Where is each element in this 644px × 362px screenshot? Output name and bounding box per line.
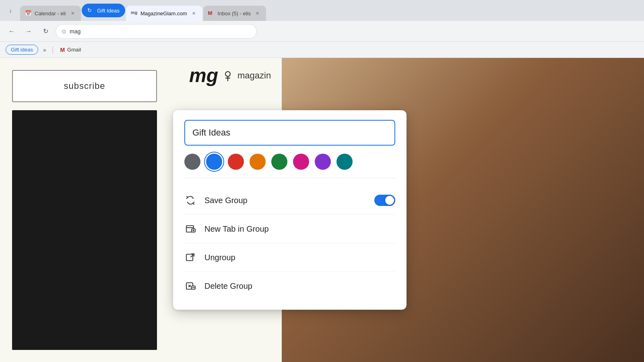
delete-group-label: Delete Group <box>204 282 252 291</box>
swatch-blue[interactable] <box>206 154 222 170</box>
swatch-grey[interactable] <box>184 154 200 170</box>
new-tab-label: New Tab in Group <box>204 224 269 234</box>
bookmarks-bar: Gift ideas » | M Gmail <box>0 42 644 58</box>
save-group-toggle[interactable] <box>374 195 395 206</box>
calendar-favicon: 📅 <box>25 10 31 16</box>
forward-button[interactable]: → <box>22 25 35 38</box>
tab-strip-arrow[interactable]: ↓ <box>3 3 18 18</box>
save-group-label: Save Group <box>204 196 248 205</box>
back-button[interactable]: ← <box>5 25 19 38</box>
tab-inbox-close[interactable]: ✕ <box>254 10 261 17</box>
bookmark-gift-ideas[interactable]: Gift ideas <box>6 45 38 55</box>
tab-inbox[interactable]: M Inbox (5) - elis ✕ <box>203 6 266 21</box>
group-name-input[interactable] <box>184 120 395 146</box>
browser-frame: ↓ 📅 Calendar - eli ✕ ↻ Gift Ideas mg Mag… <box>0 0 644 362</box>
svg-rect-8 <box>186 254 193 261</box>
tab-magazine-label: MagazineGlam.com <box>140 10 187 16</box>
swatch-pink[interactable] <box>293 154 309 170</box>
bookmark-separator: | <box>52 45 54 54</box>
site-icon: ⊙ <box>62 28 66 35</box>
bookmark-more[interactable]: » <box>41 46 49 54</box>
tab-gift-ideas-label: Gift Ideas <box>97 8 120 14</box>
tab-magazine-close[interactable]: ✕ <box>190 10 198 17</box>
bookmark-gmail-label: Gmail <box>67 47 81 53</box>
tab-calendar[interactable]: 📅 Calendar - eli ✕ <box>20 6 81 21</box>
tab-group-edit-menu: Save Group New Tab in Group <box>173 110 407 310</box>
swatch-green[interactable] <box>271 154 287 170</box>
menu-item-save-group[interactable]: Save Group <box>184 186 395 215</box>
tab-calendar-close[interactable]: ✕ <box>69 10 76 17</box>
delete-group-icon <box>184 280 196 292</box>
menu-item-ungroup[interactable]: Ungroup <box>184 243 395 272</box>
tab-bar: ↓ 📅 Calendar - eli ✕ ↻ Gift Ideas mg Mag… <box>0 0 644 21</box>
gift-ideas-favicon: ↻ <box>87 7 94 14</box>
address-text: mag <box>70 28 80 35</box>
page-content: subscribe mg magazin <box>0 58 644 362</box>
nav-bar: ← → ↻ ⊙ mag <box>0 21 644 42</box>
swatch-purple[interactable] <box>315 154 331 170</box>
swatch-teal[interactable] <box>336 154 353 170</box>
menu-item-new-tab[interactable]: New Tab in Group <box>184 215 395 243</box>
sync-icon <box>184 194 196 206</box>
reload-button[interactable]: ↻ <box>39 25 52 38</box>
bookmark-gmail[interactable]: M Gmail <box>57 45 84 55</box>
bookmark-gift-ideas-label: Gift ideas <box>11 47 33 53</box>
ungroup-label: Ungroup <box>204 253 235 262</box>
tab-gift-ideas[interactable]: ↻ Gift Ideas <box>82 4 125 17</box>
swatch-orange[interactable] <box>250 154 266 170</box>
tab-calendar-label: Calendar - eli <box>35 10 66 16</box>
dropdown-overlay: Save Group New Tab in Group <box>0 58 644 362</box>
ungroup-icon <box>184 251 196 263</box>
tab-magazine[interactable]: mg MagazineGlam.com ✕ <box>126 6 202 21</box>
inbox-favicon: M <box>208 10 215 16</box>
magazine-favicon: mg <box>131 10 137 16</box>
menu-item-delete-group[interactable]: Delete Group <box>184 272 395 300</box>
new-tab-icon <box>184 223 196 235</box>
swatch-red[interactable] <box>228 154 244 170</box>
color-swatches <box>184 154 395 178</box>
tab-inbox-label: Inbox (5) - elis <box>218 10 251 16</box>
gmail-favicon: M <box>60 47 65 53</box>
address-bar[interactable]: ⊙ mag <box>56 24 257 39</box>
